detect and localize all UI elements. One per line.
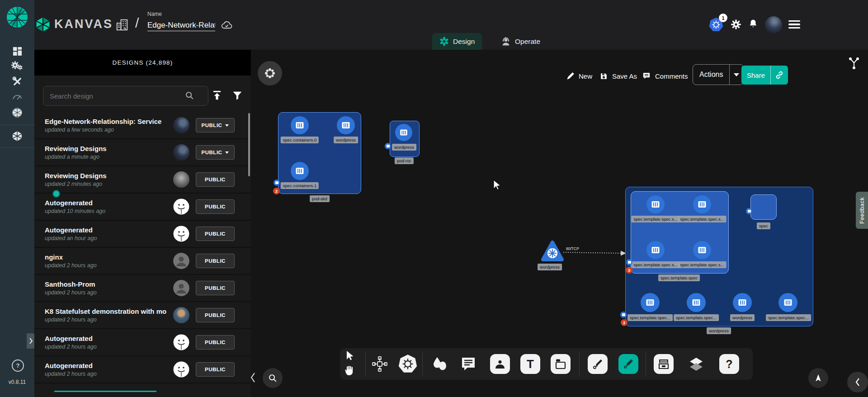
recenter-button[interactable] [808,368,828,388]
select-tool[interactable] [344,350,355,362]
error-count-badge[interactable]: 2 [273,188,280,194]
kanvas-logo-icon[interactable] [35,16,51,34]
container-node[interactable] [395,124,412,141]
shape-note-tool[interactable] [551,354,571,374]
container-node[interactable] [778,293,797,312]
toolbar-divider [646,352,646,376]
kanvas-extension-icon[interactable] [11,130,23,142]
filter-funnel-icon[interactable] [231,89,244,104]
share-button[interactable]: Share [741,66,788,85]
visibility-badge[interactable]: PUBLIC [196,362,235,377]
design-name-input[interactable] [147,20,215,31]
menu-hamburger-icon[interactable] [788,18,800,31]
copy-link-button[interactable] [771,66,788,85]
design-list-item[interactable]: Santhosh-Promupdated 2 hours ago PUBLIC [34,275,251,302]
design-list-item[interactable]: Reviewing Designsupdated 2 minutes ago P… [34,166,251,194]
shapes-tool[interactable] [431,355,448,373]
error-count-badge[interactable]: 3 [621,319,627,326]
design-updated: updated 2 hours ago [45,344,173,350]
container-node[interactable] [687,293,706,312]
merge-versions-icon[interactable] [847,56,861,71]
text-tool[interactable]: T [520,354,540,374]
comment-tool[interactable] [459,355,477,373]
container-node[interactable] [646,241,665,259]
visibility-badge[interactable]: PUBLIC [196,254,235,268]
spec-node[interactable] [750,194,777,220]
container-node[interactable] [693,195,711,213]
pod-badge-icon[interactable] [626,259,632,265]
text-tool-glyph: T [527,357,534,371]
visibility-badge[interactable]: PUBLIC [196,308,235,322]
mesh-sphere-icon[interactable] [11,107,23,118]
container-node[interactable] [641,293,660,312]
save-as-button[interactable]: Save As [599,66,637,86]
actions-label[interactable]: Actions [693,65,729,85]
actions-button[interactable]: Actions [693,64,744,85]
design-list-item[interactable]: nginxupdated 2 hours ago PUBLIC [34,248,251,275]
search-input[interactable] [43,86,208,106]
edge-pen-tool[interactable] [588,354,608,374]
list-scrollbar-thumb[interactable] [248,113,250,176]
design-list-item[interactable]: Autogeneratedupdated 2 hours ago PUBLIC [34,356,251,383]
drawer-tool[interactable] [654,354,674,374]
sidebar-expand-handle[interactable] [27,333,35,349]
new-button[interactable]: New [566,66,592,86]
collapse-panel-chevron[interactable] [250,372,256,385]
design-list-item[interactable]: Edge-Network-Relationship: Serviceupdate… [34,112,251,139]
feedback-tab[interactable]: Feedback [856,192,868,229]
performance-gauge-icon[interactable] [11,91,23,103]
container-node[interactable] [291,162,309,180]
freehand-draw-tool[interactable] [618,354,638,374]
zoom-button[interactable] [263,368,283,388]
tab-operate[interactable]: Operate [494,33,547,50]
layers-tool[interactable] [687,355,705,373]
pan-hand-tool[interactable] [344,364,355,376]
pod-badge-icon[interactable] [385,143,391,149]
dashboard-icon[interactable] [11,45,23,57]
configuration-tools-icon[interactable] [11,75,23,87]
settings-gear-icon[interactable] [730,19,742,32]
visibility-select[interactable]: PUBLIC [196,145,235,160]
visibility-badge[interactable]: PUBLIC [196,172,235,187]
tab-design[interactable]: Design [432,33,482,50]
design-list-item[interactable]: Autogeneratedupdated an hour ago PUBLIC [34,221,251,248]
publish-upload-icon[interactable] [211,89,223,104]
design-list-item[interactable]: Reviewing Designsupdated a minute ago PU… [34,139,251,166]
lifecycle-gears-icon[interactable] [11,60,23,71]
organization-icon[interactable] [115,18,129,33]
design-list-item[interactable]: Autogeneratedupdated 2 hours ago PUBLIC [34,329,251,356]
design-list-item[interactable]: Autogeneratedupdated 10 minutes ago PUBL… [34,194,251,221]
container-node[interactable] [693,241,711,259]
container-node[interactable] [337,116,355,134]
canvas-menu-button[interactable] [258,61,282,85]
kubernetes-tool[interactable] [398,354,417,373]
meshery-logo[interactable] [6,5,28,29]
component-tool[interactable] [372,356,388,372]
pod-badge-icon[interactable] [274,180,280,186]
image-tool[interactable] [490,354,510,374]
visibility-badge[interactable]: PUBLIC [196,335,235,350]
pod-badge-icon[interactable] [746,208,752,214]
flower-icon [264,68,275,79]
comments-button[interactable]: Comments [642,66,688,86]
edge-label: 80/TCP [566,246,579,251]
collapse-right-chevron[interactable] [847,372,868,392]
visibility-label: PUBLIC [205,204,226,209]
error-count-badge[interactable]: 3 [626,267,632,274]
visibility-badge[interactable]: PUBLIC [196,227,235,241]
visibility-label: PUBLIC [202,123,222,128]
visibility-badge[interactable]: PUBLIC [196,199,235,214]
user-avatar[interactable] [765,16,782,33]
help-tool[interactable]: ? [719,354,739,374]
visibility-select[interactable]: PUBLIC [196,118,235,132]
help-icon[interactable]: ? [12,359,24,372]
pod-badge-icon[interactable] [620,312,627,318]
container-node[interactable] [733,293,752,312]
visibility-badge[interactable]: PUBLIC [196,281,235,295]
share-label[interactable]: Share [741,66,770,85]
container-node[interactable] [291,116,309,134]
design-list-item[interactable]: K8 Statefulset demonstration with moupda… [34,302,251,329]
container-node[interactable] [646,195,665,213]
owner-avatar [173,361,189,378]
notifications-bell-icon[interactable] [747,18,759,32]
